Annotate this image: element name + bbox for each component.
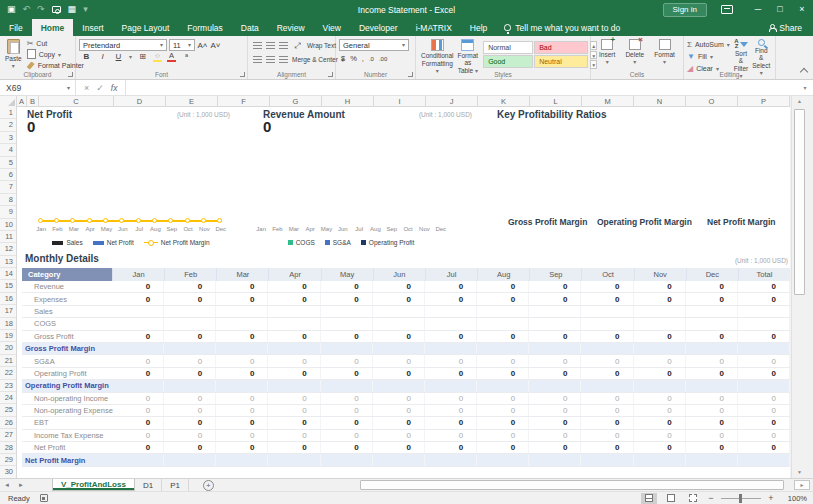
row-header[interactable]: 10: [0, 219, 16, 231]
value-cell[interactable]: 0: [581, 442, 633, 453]
table-row[interactable]: COGS: [22, 318, 790, 330]
value-cell[interactable]: [216, 318, 268, 329]
category-cell[interactable]: Income Tax Expense: [22, 430, 112, 441]
value-cell[interactable]: 0: [321, 293, 373, 304]
value-cell[interactable]: 0: [321, 430, 373, 441]
value-cell[interactable]: 0: [216, 355, 268, 366]
zoom-in-icon[interactable]: +: [767, 493, 775, 503]
formula-input[interactable]: [126, 80, 797, 96]
row-header[interactable]: 19: [0, 330, 16, 342]
ribbon-tab[interactable]: File: [0, 19, 32, 36]
value-cell[interactable]: 0: [164, 393, 216, 404]
value-cell-total[interactable]: 0: [738, 405, 790, 416]
value-cell[interactable]: [321, 318, 373, 329]
value-cell[interactable]: [529, 306, 581, 317]
value-cell[interactable]: [112, 454, 164, 465]
row-header[interactable]: 30: [0, 466, 16, 478]
value-cell[interactable]: [425, 306, 477, 317]
value-cell[interactable]: 0: [581, 293, 633, 304]
expand-formula-bar-icon[interactable]: ▾: [797, 84, 813, 91]
name-box[interactable]: X69: [0, 80, 62, 96]
value-cell[interactable]: 0: [373, 393, 425, 404]
monthly-details-title[interactable]: Monthly Details: [25, 253, 99, 264]
value-cell[interactable]: [581, 454, 633, 465]
sheet-tab[interactable]: D1: [135, 479, 162, 491]
value-cell[interactable]: 0: [164, 281, 216, 292]
value-cell[interactable]: [112, 343, 164, 354]
net-profit-value[interactable]: 0: [27, 118, 35, 135]
value-cell[interactable]: [216, 454, 268, 465]
value-cell-total[interactable]: [738, 380, 790, 391]
value-cell[interactable]: 0: [112, 355, 164, 366]
value-cell[interactable]: 0: [373, 331, 425, 342]
bold-icon[interactable]: B: [81, 52, 92, 61]
value-cell[interactable]: 0: [373, 293, 425, 304]
value-cell[interactable]: 0: [321, 417, 373, 428]
month-column-header[interactable]: Jul: [425, 268, 477, 281]
value-cell[interactable]: 0: [112, 293, 164, 304]
value-cell[interactable]: 0: [686, 355, 738, 366]
value-cell[interactable]: [529, 380, 581, 391]
value-cell[interactable]: 0: [529, 430, 581, 441]
zoom-out-icon[interactable]: −: [707, 493, 715, 503]
row-header[interactable]: 12: [0, 243, 16, 255]
value-cell[interactable]: 0: [686, 430, 738, 441]
value-cell[interactable]: 0: [477, 442, 529, 453]
value-cell[interactable]: 0: [112, 417, 164, 428]
value-cell[interactable]: [634, 306, 686, 317]
value-cell[interactable]: 0: [164, 405, 216, 416]
row-header[interactable]: 25: [0, 404, 16, 416]
row-header[interactable]: 4: [0, 144, 16, 156]
value-cell[interactable]: 0: [529, 417, 581, 428]
new-sheet-icon[interactable]: +: [203, 480, 214, 491]
category-cell[interactable]: Net Profit: [22, 442, 112, 453]
net-profit-chart[interactable]: Jan Feb Mar Apr May Jun: [33, 213, 229, 249]
value-cell[interactable]: 0: [164, 417, 216, 428]
value-cell[interactable]: [164, 306, 216, 317]
value-cell[interactable]: 0: [112, 368, 164, 379]
value-cell[interactable]: [529, 454, 581, 465]
value-cell[interactable]: 0: [477, 281, 529, 292]
value-cell[interactable]: 0: [268, 417, 320, 428]
value-cell[interactable]: [477, 343, 529, 354]
value-cell[interactable]: [321, 343, 373, 354]
value-cell[interactable]: [373, 454, 425, 465]
value-cell[interactable]: [373, 343, 425, 354]
value-cell[interactable]: 0: [216, 430, 268, 441]
macro-record-icon[interactable]: [40, 494, 48, 502]
value-cell[interactable]: 0: [634, 281, 686, 292]
scroll-up-icon[interactable]: ▲: [792, 96, 807, 107]
row-header[interactable]: 27: [0, 429, 16, 441]
horizontal-scrollbar[interactable]: [356, 479, 788, 491]
value-cell[interactable]: 0: [529, 442, 581, 453]
value-cell[interactable]: [112, 380, 164, 391]
column-header[interactable]: B: [27, 96, 39, 106]
value-cell[interactable]: 0: [164, 368, 216, 379]
revenue-amount-unit[interactable]: (Unit : 1,000 USD): [377, 111, 472, 118]
ribbon-display-options-icon[interactable]: [721, 5, 733, 14]
month-column-header[interactable]: Mar: [216, 268, 268, 281]
save-icon[interactable]: ▣: [7, 5, 16, 14]
value-cell[interactable]: 0: [686, 293, 738, 304]
increase-decimal-icon[interactable]: .0: [369, 56, 374, 62]
value-cell[interactable]: 0: [112, 442, 164, 453]
dialog-launcher-icon[interactable]: [240, 72, 245, 77]
align-top-icon[interactable]: [253, 42, 262, 49]
value-cell[interactable]: [477, 380, 529, 391]
value-cell[interactable]: [686, 454, 738, 465]
month-column-header[interactable]: Apr: [268, 268, 320, 281]
value-cell[interactable]: 0: [529, 355, 581, 366]
sheet-canvas[interactable]: Net Profit (Unit : 1,000 USD) 0 Revenue …: [17, 107, 790, 478]
cell-style-swatch[interactable]: Neutral: [534, 55, 588, 68]
value-cell[interactable]: [634, 380, 686, 391]
row-header[interactable]: 24: [0, 392, 16, 404]
row-header[interactable]: 9: [0, 206, 16, 218]
row-header[interactable]: 13: [0, 256, 16, 268]
category-cell[interactable]: Sales: [22, 306, 112, 317]
value-cell-total[interactable]: [738, 454, 790, 465]
column-header[interactable]: H: [322, 96, 374, 106]
row-header[interactable]: 20: [0, 342, 16, 354]
paste-button[interactable]: Paste ▾: [3, 38, 24, 70]
value-cell[interactable]: 0: [529, 393, 581, 404]
fill-color-icon[interactable]: ◌: [153, 52, 162, 61]
